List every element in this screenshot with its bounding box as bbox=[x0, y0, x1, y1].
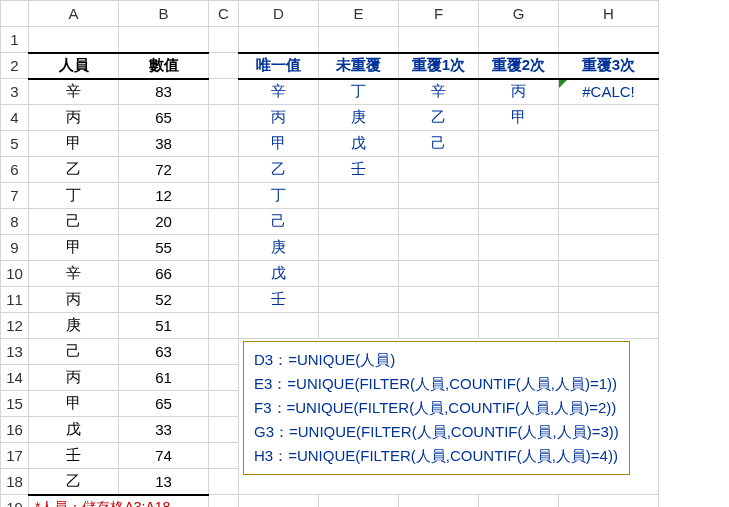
col-header[interactable]: E bbox=[319, 1, 399, 27]
row-header[interactable]: 5 bbox=[1, 131, 29, 157]
cell[interactable] bbox=[559, 287, 659, 313]
cell[interactable]: 20 bbox=[119, 209, 209, 235]
row-header[interactable]: 8 bbox=[1, 209, 29, 235]
cell[interactable] bbox=[559, 209, 659, 235]
row-header[interactable]: 15 bbox=[1, 391, 29, 417]
cell[interactable]: 戊 bbox=[29, 417, 119, 443]
cell[interactable]: D3：=UNIQUE(人員) E3：=UNIQUE(FILTER(人員,COUN… bbox=[239, 339, 659, 495]
cell[interactable]: 辛 bbox=[399, 79, 479, 105]
cell[interactable]: 庚 bbox=[239, 235, 319, 261]
header-repeat2[interactable]: 重覆2次 bbox=[479, 53, 559, 79]
cell[interactable] bbox=[209, 313, 239, 339]
cell[interactable] bbox=[479, 235, 559, 261]
cell[interactable]: 33 bbox=[119, 417, 209, 443]
row-header[interactable]: 19 bbox=[1, 495, 29, 508]
cell[interactable] bbox=[559, 235, 659, 261]
cell[interactable]: 丙 bbox=[29, 365, 119, 391]
cell[interactable] bbox=[559, 131, 659, 157]
cell[interactable]: 丙 bbox=[29, 105, 119, 131]
cell[interactable] bbox=[319, 27, 399, 53]
cell[interactable] bbox=[209, 443, 239, 469]
header-unique[interactable]: 唯一值 bbox=[239, 53, 319, 79]
cell[interactable]: 52 bbox=[119, 287, 209, 313]
cell[interactable]: 72 bbox=[119, 157, 209, 183]
calc-error-cell[interactable]: #CALC! bbox=[559, 79, 659, 105]
cell[interactable]: 辛 bbox=[239, 79, 319, 105]
cell[interactable]: 辛 bbox=[29, 79, 119, 105]
cell[interactable] bbox=[209, 27, 239, 53]
cell[interactable]: 55 bbox=[119, 235, 209, 261]
cell[interactable] bbox=[479, 131, 559, 157]
cell[interactable]: 戊 bbox=[239, 261, 319, 287]
cell[interactable]: 13 bbox=[119, 469, 209, 495]
cell[interactable] bbox=[209, 157, 239, 183]
header-repeat3[interactable]: 重覆3次 bbox=[559, 53, 659, 79]
cell[interactable]: 庚 bbox=[319, 105, 399, 131]
cell[interactable] bbox=[319, 313, 399, 339]
cell[interactable]: 61 bbox=[119, 365, 209, 391]
row-header[interactable]: 7 bbox=[1, 183, 29, 209]
cell[interactable] bbox=[209, 469, 239, 495]
cell[interactable] bbox=[479, 495, 559, 508]
cell[interactable] bbox=[399, 183, 479, 209]
cell[interactable] bbox=[559, 27, 659, 53]
cell[interactable]: 51 bbox=[119, 313, 209, 339]
cell[interactable]: 乙 bbox=[29, 157, 119, 183]
cell[interactable] bbox=[479, 27, 559, 53]
cell[interactable] bbox=[209, 53, 239, 79]
cell[interactable]: 乙 bbox=[399, 105, 479, 131]
cell[interactable] bbox=[319, 183, 399, 209]
cell[interactable] bbox=[399, 495, 479, 508]
cell[interactable]: 甲 bbox=[29, 391, 119, 417]
spreadsheet[interactable]: A B C D E F G H 1 2 人員 數值 唯一值 未重覆 重覆1次 重… bbox=[0, 0, 659, 507]
cell[interactable] bbox=[559, 313, 659, 339]
cell[interactable] bbox=[209, 287, 239, 313]
cell[interactable]: 己 bbox=[29, 209, 119, 235]
cell[interactable]: 甲 bbox=[29, 131, 119, 157]
row-header[interactable]: 9 bbox=[1, 235, 29, 261]
cell[interactable]: 己 bbox=[239, 209, 319, 235]
cell[interactable] bbox=[559, 495, 659, 508]
cell[interactable] bbox=[209, 235, 239, 261]
row-header[interactable]: 2 bbox=[1, 53, 29, 79]
cell[interactable] bbox=[479, 157, 559, 183]
col-header[interactable]: A bbox=[29, 1, 119, 27]
cell[interactable] bbox=[479, 209, 559, 235]
cell[interactable] bbox=[479, 287, 559, 313]
col-header[interactable]: F bbox=[399, 1, 479, 27]
row-header[interactable]: 3 bbox=[1, 79, 29, 105]
cell[interactable] bbox=[479, 183, 559, 209]
col-header[interactable]: C bbox=[209, 1, 239, 27]
cell[interactable] bbox=[399, 261, 479, 287]
cell[interactable]: 丙 bbox=[239, 105, 319, 131]
cell[interactable]: 辛 bbox=[29, 261, 119, 287]
cell[interactable] bbox=[209, 495, 239, 508]
cell[interactable]: 庚 bbox=[29, 313, 119, 339]
cell[interactable]: 65 bbox=[119, 105, 209, 131]
col-header[interactable]: D bbox=[239, 1, 319, 27]
cell[interactable] bbox=[399, 209, 479, 235]
cell[interactable] bbox=[209, 417, 239, 443]
cell[interactable] bbox=[209, 339, 239, 365]
cell[interactable] bbox=[209, 183, 239, 209]
cell[interactable] bbox=[399, 27, 479, 53]
header-repeat1[interactable]: 重覆1次 bbox=[399, 53, 479, 79]
cell[interactable]: 乙 bbox=[29, 469, 119, 495]
row-header[interactable]: 4 bbox=[1, 105, 29, 131]
col-header[interactable]: B bbox=[119, 1, 209, 27]
cell[interactable] bbox=[559, 105, 659, 131]
cell[interactable] bbox=[399, 313, 479, 339]
cell[interactable] bbox=[559, 183, 659, 209]
cell[interactable] bbox=[209, 391, 239, 417]
cell[interactable] bbox=[319, 287, 399, 313]
cell[interactable] bbox=[239, 27, 319, 53]
cell[interactable]: 65 bbox=[119, 391, 209, 417]
cell[interactable]: 丙 bbox=[479, 79, 559, 105]
cell[interactable]: 12 bbox=[119, 183, 209, 209]
cell[interactable]: 壬 bbox=[239, 287, 319, 313]
cell[interactable] bbox=[319, 235, 399, 261]
cell[interactable] bbox=[319, 261, 399, 287]
header-personnel[interactable]: 人員 bbox=[29, 53, 119, 79]
col-header[interactable]: H bbox=[559, 1, 659, 27]
cell[interactable] bbox=[209, 261, 239, 287]
